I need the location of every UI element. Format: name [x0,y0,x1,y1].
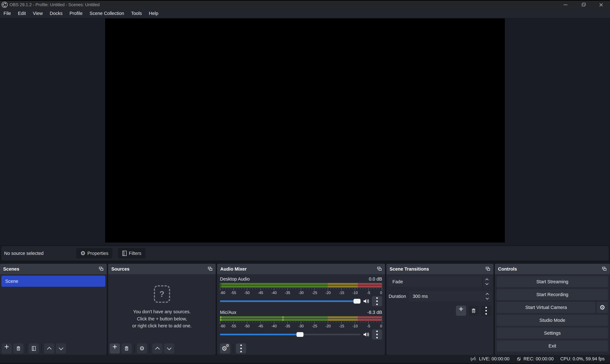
scene-transitions-title: Scene Transitions [389,266,429,272]
exit-button[interactable]: Exit [497,340,608,351]
channel-menu-button[interactable] [372,329,382,339]
scene-filters-button[interactable] [29,343,39,353]
trash-icon [124,346,129,351]
duration-spinbox[interactable]: 300 ms [409,291,491,301]
sources-panel-title: Sources [111,266,129,272]
rec-timer: REC: 00:00:00 [524,356,554,362]
vu-meter-bar [220,286,382,287]
move-source-up-button[interactable] [152,343,163,353]
trash-icon [471,308,476,313]
chevron-up-icon [47,347,52,351]
channel-name: Mic/Aux [220,310,236,315]
studio-mode-button[interactable]: Studio Mode [497,315,608,326]
kebab-menu-icon [240,344,242,352]
source-properties-button[interactable] [137,343,147,353]
popout-icon[interactable] [99,267,104,271]
restore-icon[interactable] [574,1,592,9]
menu-item-file[interactable]: File [0,11,14,16]
add-scene-button[interactable] [1,343,12,353]
close-icon[interactable] [592,1,610,9]
transition-select[interactable]: Fade [388,276,491,287]
menu-item-help[interactable]: Help [145,11,162,16]
scene-list-item[interactable]: Scene [1,276,105,287]
sources-panel: Sources ? You don't have any sources. Cl… [108,264,216,355]
start-recording-button[interactable]: Start Recording [497,289,608,300]
empty-text-line3: or right click here to add one. [132,322,192,329]
scale-label: -15 [339,324,344,328]
scale-label: -50 [244,324,250,328]
scale-label: -35 [285,291,290,295]
kebab-menu-icon [485,307,487,315]
chevron-down-icon [59,345,63,350]
move-scene-down-button[interactable] [56,343,66,353]
channel-menu-button[interactable] [372,296,382,306]
settings-button[interactable]: Settings [497,327,608,339]
vu-meter-bar [220,316,382,318]
sources-empty-state: ? You don't have any sources. Click the … [108,274,216,340]
audio-mixer-panel: Audio Mixer Desktop Audio 0.0 dB -60-55-… [217,264,385,355]
start-virtual-camera-button[interactable]: Start Virtual Camera [497,302,596,313]
empty-text-line2: Click the + button below, [132,315,192,323]
chevron-up-icon [485,278,488,282]
live-timer: LIVE: 00:00:00 [479,356,510,362]
remove-scene-button[interactable] [13,343,24,353]
remove-source-button[interactable] [122,343,132,353]
menu-item-scene-collection[interactable]: Scene Collection [86,11,128,16]
controls-panel: Controls Start Streaming Start Recording… [495,264,610,355]
scale-label: -40 [271,324,277,328]
scale-label: -45 [258,324,263,328]
transition-menu-button[interactable] [481,306,491,316]
advanced-audio-button[interactable] [220,343,230,353]
menu-item-view[interactable]: View [29,11,46,16]
remove-transition-button[interactable] [469,306,479,316]
scale-label: -40 [271,291,277,295]
scale-label: -5 [367,291,370,295]
popout-icon[interactable] [602,267,607,271]
slider-handle[interactable] [296,332,304,337]
channel-db-value: 0.0 dB [369,276,382,282]
chevron-down-icon [167,345,171,350]
virtual-camera-settings-button[interactable] [597,302,608,313]
add-transition-button[interactable] [456,306,466,316]
move-scene-up-button[interactable] [44,343,54,353]
add-source-button[interactable] [110,343,120,353]
scale-label: -55 [231,291,236,295]
filters-button[interactable]: Filters [118,248,145,259]
popout-icon[interactable] [377,267,382,271]
scale-label: -25 [312,291,317,295]
audio-mixer-title: Audio Mixer [220,266,247,272]
controls-panel-title: Controls [498,266,517,272]
chevron-up-icon [155,347,160,351]
properties-button[interactable]: Properties [76,248,112,259]
empty-text-line1: You don't have any sources. [132,308,192,315]
spin-arrows[interactable] [483,293,491,300]
move-source-down-button[interactable] [164,343,174,353]
chevron-up-icon [486,293,489,296]
scale-label: -25 [312,324,317,328]
slider-handle[interactable] [354,299,360,304]
rec-status: REC: 00:00:00 [516,356,554,362]
select-arrows[interactable] [482,276,491,287]
popout-icon[interactable] [208,267,212,271]
mixer-menu-button[interactable] [236,343,246,353]
minimize-icon[interactable] [557,1,574,9]
volume-slider[interactable] [220,334,360,335]
popout-icon[interactable] [485,267,490,271]
menu-item-tools[interactable]: Tools [127,11,145,16]
menu-item-edit[interactable]: Edit [14,11,29,16]
scale-label: -15 [339,291,344,295]
preview-canvas[interactable] [105,18,505,243]
menu-bar: File Edit View Docks Profile Scene Colle… [0,9,610,18]
volume-slider[interactable] [220,300,360,302]
speaker-icon[interactable] [363,298,369,304]
cpu-fps-text: CPU: 0.0%, 59.94 fps [560,356,605,362]
menu-item-docks[interactable]: Docks [46,11,66,16]
scale-label: -5 [367,324,370,328]
obs-window: OBS 29.1.2 - Profile: Untitled - Scenes:… [0,0,610,364]
menu-item-profile[interactable]: Profile [66,11,86,16]
meter-scale-labels: -60-55-50-45-40-35-30-25-20-15-10-50 [220,324,382,328]
speaker-icon[interactable] [363,332,369,337]
transition-value: Fade [388,279,482,284]
start-streaming-button[interactable]: Start Streaming [497,276,608,287]
scale-label: 0 [380,324,382,328]
